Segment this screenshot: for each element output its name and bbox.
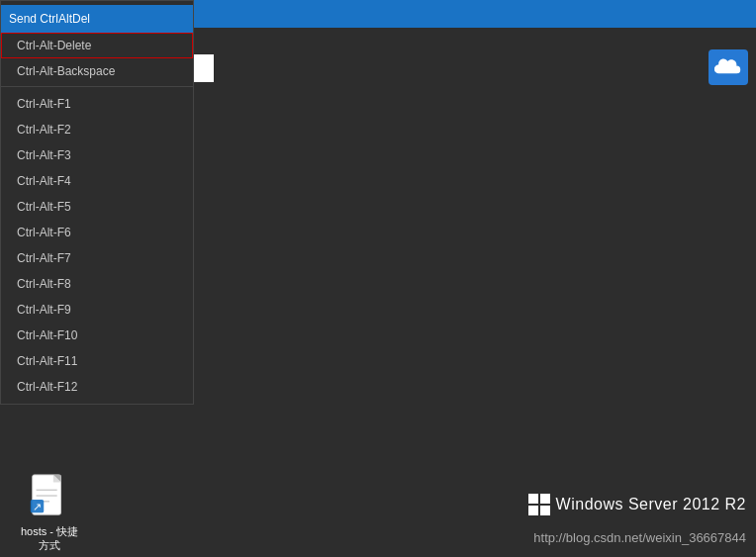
menu-item-ctrl-alt-f8[interactable]: Ctrl-Alt-F8	[1, 271, 193, 297]
hosts-shortcut-icon[interactable]: ↗ hosts - 快捷 方式	[5, 468, 94, 557]
menu-item-ctrl-alt-backspace[interactable]: Ctrl-Alt-Backspace	[1, 58, 193, 87]
menu-item-ctrl-alt-f9[interactable]: Ctrl-Alt-F9	[1, 297, 193, 323]
win-logo-cell-tl	[528, 494, 538, 504]
dropdown-header-text: Send CtrlAltDel	[9, 12, 90, 26]
menu-item-ctrl-alt-f12[interactable]: Ctrl-Alt-F12	[1, 374, 193, 400]
file-icon-graphic: ↗	[30, 473, 69, 520]
win-logo-cell-tr	[540, 494, 550, 504]
menu-item-ctrl-alt-f5[interactable]: Ctrl-Alt-F5	[1, 194, 193, 220]
menu-item-ctrl-alt-delete[interactable]: Ctrl-Alt-Delete	[1, 33, 193, 58]
win-logo-cell-br	[540, 506, 550, 515]
dropdown-menu: Send CtrlAltDel Ctrl-Alt-Delete Ctrl-Alt…	[0, 0, 194, 405]
partial-window-element	[194, 54, 214, 82]
url-text: http://blog.csdn.net/weixin_36667844	[533, 530, 746, 545]
menu-item-ctrl-alt-f6[interactable]: Ctrl-Alt-F6	[1, 220, 193, 245]
menu-item-ctrl-alt-f3[interactable]: Ctrl-Alt-F3	[1, 142, 193, 168]
menu-item-ctrl-alt-f7[interactable]: Ctrl-Alt-F7	[1, 245, 193, 271]
menu-item-ctrl-alt-f2[interactable]: Ctrl-Alt-F2	[1, 117, 193, 142]
menu-item-ctrl-alt-f11[interactable]: Ctrl-Alt-F11	[1, 348, 193, 374]
windows-branding: Windows Server 2012 R2	[528, 494, 746, 515]
menu-item-ctrl-alt-f10[interactable]: Ctrl-Alt-F10	[1, 323, 193, 348]
windows-logo: Windows Server 2012 R2	[528, 494, 746, 515]
svg-text:↗: ↗	[33, 501, 42, 512]
file-icon-label: hosts - 快捷 方式	[21, 524, 78, 553]
windows-branding-text: Windows Server 2012 R2	[556, 496, 746, 513]
cloud-icon-button[interactable]	[709, 49, 748, 85]
dropdown-menu-header[interactable]: Send CtrlAltDel	[1, 5, 193, 33]
menu-item-ctrl-alt-f1[interactable]: Ctrl-Alt-F1	[1, 91, 193, 117]
windows-logo-grid	[528, 494, 550, 515]
win-logo-cell-bl	[528, 506, 538, 515]
cloud-icon	[714, 55, 742, 79]
menu-item-ctrl-alt-f4[interactable]: Ctrl-Alt-F4	[1, 168, 193, 194]
